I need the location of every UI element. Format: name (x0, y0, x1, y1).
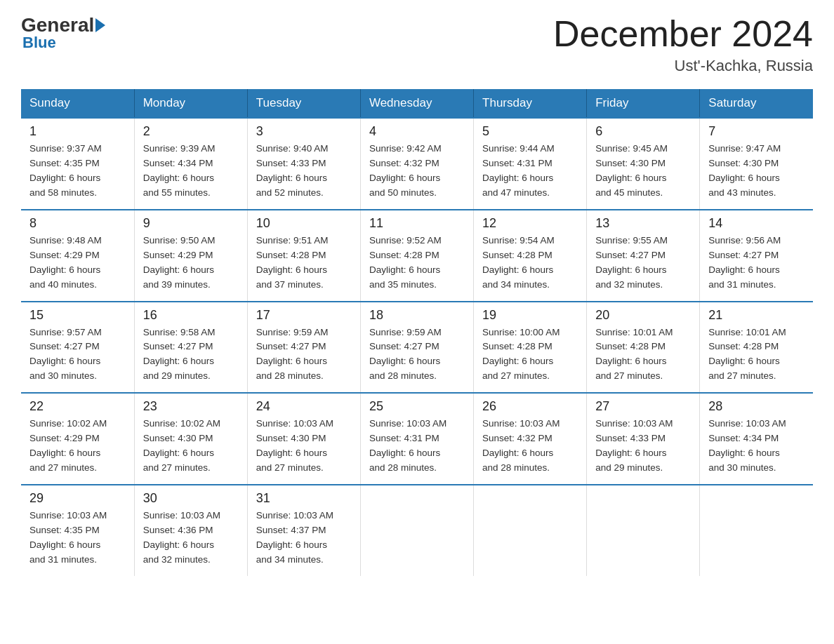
day-info: Sunrise: 9:40 AMSunset: 4:33 PMDaylight:… (256, 142, 352, 201)
calendar-day-cell (700, 485, 813, 576)
location-title: Ust'-Kachka, Russia (553, 57, 813, 75)
calendar-day-cell: 30Sunrise: 10:03 AMSunset: 4:36 PMDaylig… (134, 485, 247, 576)
day-info: Sunrise: 10:03 AMSunset: 4:31 PMDaylight… (369, 417, 465, 476)
day-info: Sunrise: 9:59 AMSunset: 4:27 PMDaylight:… (369, 326, 465, 384)
day-info: Sunrise: 9:54 AMSunset: 4:28 PMDaylight:… (482, 234, 578, 293)
day-info: Sunrise: 9:45 AMSunset: 4:30 PMDaylight:… (595, 142, 691, 201)
day-number: 13 (595, 216, 691, 231)
day-info: Sunrise: 9:47 AMSunset: 4:30 PMDaylight:… (708, 142, 805, 201)
day-info: Sunrise: 9:59 AMSunset: 4:27 PMDaylight:… (256, 326, 352, 384)
calendar-day-cell: 18Sunrise: 9:59 AMSunset: 4:27 PMDayligh… (360, 302, 473, 394)
calendar-body: 1Sunrise: 9:37 AMSunset: 4:35 PMDaylight… (21, 118, 813, 575)
day-number: 16 (143, 308, 239, 323)
month-title: December 2024 (553, 14, 813, 54)
calendar-header: Sunday Monday Tuesday Wednesday Thursday… (21, 89, 813, 118)
calendar-day-cell: 31Sunrise: 10:03 AMSunset: 4:37 PMDaylig… (247, 485, 360, 576)
day-number: 26 (482, 399, 578, 414)
calendar-day-cell: 26Sunrise: 10:03 AMSunset: 4:32 PMDaylig… (474, 393, 587, 485)
calendar-day-cell: 13Sunrise: 9:55 AMSunset: 4:27 PMDayligh… (587, 210, 700, 302)
calendar-day-cell: 12Sunrise: 9:54 AMSunset: 4:28 PMDayligh… (474, 210, 587, 302)
calendar-day-cell: 29Sunrise: 10:03 AMSunset: 4:35 PMDaylig… (21, 485, 134, 576)
calendar-day-cell: 9Sunrise: 9:50 AMSunset: 4:29 PMDaylight… (134, 210, 247, 302)
day-info: Sunrise: 9:48 AMSunset: 4:29 PMDaylight:… (29, 234, 126, 293)
day-number: 5 (482, 124, 578, 139)
day-info: Sunrise: 10:01 AMSunset: 4:28 PMDaylight… (708, 326, 805, 384)
day-number: 3 (256, 124, 352, 139)
title-block: December 2024 Ust'-Kachka, Russia (553, 14, 813, 75)
calendar-day-cell (360, 485, 473, 576)
day-number: 23 (143, 399, 239, 414)
day-info: Sunrise: 10:03 AMSunset: 4:32 PMDaylight… (482, 417, 578, 476)
weekday-header-row: Sunday Monday Tuesday Wednesday Thursday… (21, 89, 813, 118)
day-number: 10 (256, 216, 352, 231)
day-number: 15 (29, 308, 126, 323)
day-number: 4 (369, 124, 465, 139)
calendar-day-cell: 20Sunrise: 10:01 AMSunset: 4:28 PMDaylig… (587, 302, 700, 394)
calendar-day-cell: 21Sunrise: 10:01 AMSunset: 4:28 PMDaylig… (700, 302, 813, 394)
day-number: 18 (369, 308, 465, 323)
logo: General Blue (21, 14, 107, 52)
calendar-day-cell: 4Sunrise: 9:42 AMSunset: 4:32 PMDaylight… (360, 118, 473, 210)
day-info: Sunrise: 10:01 AMSunset: 4:28 PMDaylight… (595, 326, 691, 384)
logo-blue-text: Blue (22, 34, 56, 52)
day-info: Sunrise: 9:37 AMSunset: 4:35 PMDaylight:… (29, 142, 126, 201)
day-number: 11 (369, 216, 465, 231)
header-monday: Monday (134, 89, 247, 118)
day-number: 14 (708, 216, 805, 231)
header-tuesday: Tuesday (247, 89, 360, 118)
day-info: Sunrise: 10:02 AMSunset: 4:29 PMDaylight… (29, 417, 126, 476)
day-info: Sunrise: 9:55 AMSunset: 4:27 PMDaylight:… (595, 234, 691, 293)
day-number: 31 (256, 491, 352, 506)
calendar-day-cell: 27Sunrise: 10:03 AMSunset: 4:33 PMDaylig… (587, 393, 700, 485)
day-info: Sunrise: 9:50 AMSunset: 4:29 PMDaylight:… (143, 234, 239, 293)
header-saturday: Saturday (700, 89, 813, 118)
day-number: 12 (482, 216, 578, 231)
day-info: Sunrise: 10:03 AMSunset: 4:33 PMDaylight… (595, 417, 691, 476)
calendar-day-cell: 23Sunrise: 10:02 AMSunset: 4:30 PMDaylig… (134, 393, 247, 485)
day-info: Sunrise: 10:03 AMSunset: 4:30 PMDaylight… (256, 417, 352, 476)
day-number: 2 (143, 124, 239, 139)
day-info: Sunrise: 9:56 AMSunset: 4:27 PMDaylight:… (708, 234, 805, 293)
header-friday: Friday (587, 89, 700, 118)
day-info: Sunrise: 9:58 AMSunset: 4:27 PMDaylight:… (143, 326, 239, 384)
calendar-day-cell: 11Sunrise: 9:52 AMSunset: 4:28 PMDayligh… (360, 210, 473, 302)
day-number: 25 (369, 399, 465, 414)
day-number: 24 (256, 399, 352, 414)
calendar-day-cell: 3Sunrise: 9:40 AMSunset: 4:33 PMDaylight… (247, 118, 360, 210)
page-header: General Blue December 2024 Ust'-Kachka, … (21, 14, 813, 75)
day-number: 21 (708, 308, 805, 323)
day-number: 9 (143, 216, 239, 231)
day-number: 1 (29, 124, 126, 139)
day-number: 19 (482, 308, 578, 323)
calendar-day-cell: 8Sunrise: 9:48 AMSunset: 4:29 PMDaylight… (21, 210, 134, 302)
calendar-day-cell: 19Sunrise: 10:00 AMSunset: 4:28 PMDaylig… (474, 302, 587, 394)
calendar-day-cell: 16Sunrise: 9:58 AMSunset: 4:27 PMDayligh… (134, 302, 247, 394)
day-number: 28 (708, 399, 805, 414)
header-wednesday: Wednesday (360, 89, 473, 118)
calendar-week-row: 15Sunrise: 9:57 AMSunset: 4:27 PMDayligh… (21, 302, 813, 394)
day-info: Sunrise: 10:03 AMSunset: 4:36 PMDaylight… (143, 509, 239, 568)
day-number: 8 (29, 216, 126, 231)
calendar-day-cell: 22Sunrise: 10:02 AMSunset: 4:29 PMDaylig… (21, 393, 134, 485)
day-info: Sunrise: 9:42 AMSunset: 4:32 PMDaylight:… (369, 142, 465, 201)
calendar-day-cell: 7Sunrise: 9:47 AMSunset: 4:30 PMDaylight… (700, 118, 813, 210)
header-thursday: Thursday (474, 89, 587, 118)
calendar-day-cell: 28Sunrise: 10:03 AMSunset: 4:34 PMDaylig… (700, 393, 813, 485)
day-info: Sunrise: 10:03 AMSunset: 4:34 PMDaylight… (708, 417, 805, 476)
day-number: 29 (29, 491, 126, 506)
day-info: Sunrise: 9:52 AMSunset: 4:28 PMDaylight:… (369, 234, 465, 293)
day-number: 17 (256, 308, 352, 323)
calendar-week-row: 8Sunrise: 9:48 AMSunset: 4:29 PMDaylight… (21, 210, 813, 302)
calendar-day-cell: 25Sunrise: 10:03 AMSunset: 4:31 PMDaylig… (360, 393, 473, 485)
calendar-table: Sunday Monday Tuesday Wednesday Thursday… (21, 89, 813, 575)
calendar-week-row: 29Sunrise: 10:03 AMSunset: 4:35 PMDaylig… (21, 485, 813, 576)
calendar-day-cell: 10Sunrise: 9:51 AMSunset: 4:28 PMDayligh… (247, 210, 360, 302)
calendar-day-cell: 17Sunrise: 9:59 AMSunset: 4:27 PMDayligh… (247, 302, 360, 394)
calendar-day-cell: 14Sunrise: 9:56 AMSunset: 4:27 PMDayligh… (700, 210, 813, 302)
calendar-day-cell: 24Sunrise: 10:03 AMSunset: 4:30 PMDaylig… (247, 393, 360, 485)
calendar-week-row: 22Sunrise: 10:02 AMSunset: 4:29 PMDaylig… (21, 393, 813, 485)
calendar-day-cell (474, 485, 587, 576)
day-info: Sunrise: 10:00 AMSunset: 4:28 PMDaylight… (482, 326, 578, 384)
day-info: Sunrise: 9:39 AMSunset: 4:34 PMDaylight:… (143, 142, 239, 201)
day-info: Sunrise: 10:02 AMSunset: 4:30 PMDaylight… (143, 417, 239, 476)
